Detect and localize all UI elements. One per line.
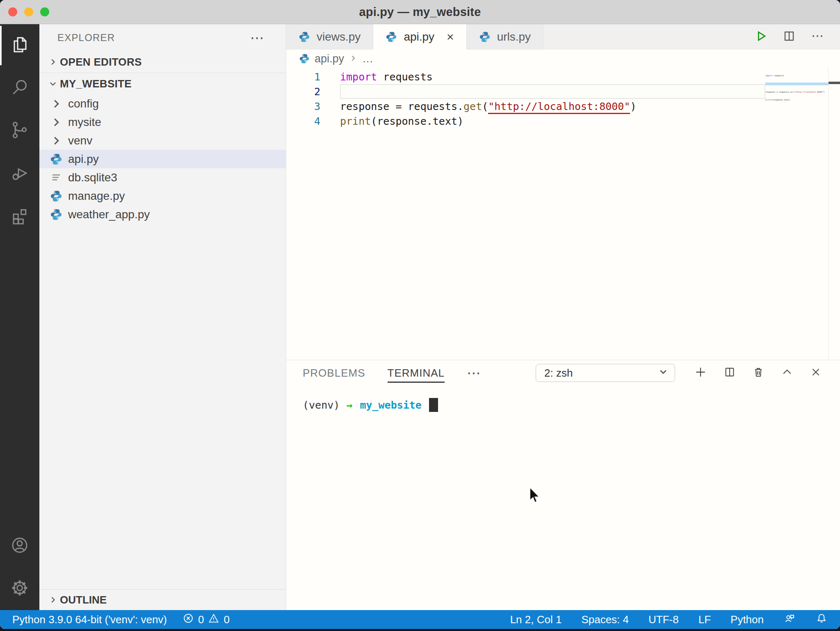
panel-header: PROBLEMS TERMINAL ⋯ 2: zsh	[286, 360, 840, 386]
python-file-icon	[479, 31, 491, 43]
sidebar-header: EXPLORER ⋯	[39, 24, 286, 51]
python-file-icon	[50, 153, 62, 165]
cursor-position-status[interactable]: Ln 2, Col 1	[510, 613, 562, 626]
python-file-icon	[50, 190, 62, 202]
tree-item-api-py[interactable]: api.py	[39, 150, 286, 168]
tab-label: urls.py	[497, 30, 531, 43]
tab-api-py[interactable]: api.py ×	[373, 24, 466, 50]
tree-item-weather-app-py[interactable]: weather_app.py	[39, 205, 286, 224]
tree-item-config[interactable]: config	[39, 94, 286, 113]
language-mode-status[interactable]: Python	[730, 613, 764, 626]
file-tree: config mysite venv api.py db.sqlite3	[39, 94, 286, 589]
line-number: 2	[286, 86, 340, 98]
prompt-arrow: →	[346, 399, 352, 411]
more-actions-icon[interactable]	[810, 29, 824, 45]
tab-terminal[interactable]: TERMINAL	[388, 360, 445, 386]
settings-button[interactable]	[0, 567, 39, 610]
feedback-icon[interactable]	[783, 612, 796, 627]
close-tab-icon[interactable]: ×	[447, 31, 454, 43]
tab-label: views.py	[317, 30, 361, 43]
vscode-window: api.py — my_website	[0, 0, 840, 629]
editor-tab-bar: views.py api.py × urls.py	[286, 24, 840, 50]
code-token: import	[340, 71, 377, 83]
workspace-root-section[interactable]: MY_WEBSITE	[39, 73, 286, 94]
explorer-sidebar: EXPLORER ⋯ OPEN EDITORS MY_WEBSITE confi…	[39, 24, 286, 610]
tree-item-venv[interactable]: venv	[39, 131, 286, 150]
error-icon	[183, 613, 194, 627]
maximize-window-icon[interactable]	[40, 7, 49, 16]
window-title: api.py — my_website	[359, 5, 481, 19]
minimize-window-icon[interactable]	[24, 7, 33, 16]
panel-actions	[694, 366, 824, 380]
chevron-right-icon	[50, 116, 62, 128]
python-file-icon	[299, 31, 310, 43]
breadcrumb[interactable]: api.py …	[286, 50, 840, 68]
code-token: (	[482, 101, 488, 112]
tree-item-label: mysite	[68, 116, 101, 129]
terminal-output[interactable]: (venv) → my_website	[286, 386, 840, 610]
source-control-activity-button[interactable]	[0, 110, 39, 152]
source-control-icon	[10, 120, 30, 142]
shell-select-value: 2: zsh	[544, 367, 573, 380]
code-token: )	[630, 101, 636, 112]
breadcrumb-file[interactable]: api.py	[315, 53, 344, 65]
close-window-icon[interactable]	[8, 7, 17, 16]
search-activity-button[interactable]	[0, 67, 39, 110]
chevron-right-icon	[46, 595, 60, 604]
status-bar: Python 3.9.0 64-bit ('venv': venv) 0 0 L…	[0, 610, 840, 629]
search-icon	[10, 78, 30, 99]
tab-views-py[interactable]: views.py	[286, 24, 373, 50]
run-debug-activity-button[interactable]	[0, 152, 39, 195]
overview-ruler[interactable]	[828, 68, 840, 360]
eol-status[interactable]: LF	[698, 613, 711, 626]
python-file-icon	[50, 208, 62, 221]
breadcrumb-ellipsis[interactable]: …	[362, 53, 373, 65]
tree-item-db-sqlite3[interactable]: db.sqlite3	[39, 168, 286, 187]
split-terminal-button[interactable]	[724, 366, 736, 380]
code-editor[interactable]: 1 import requests 2 3 response = request…	[286, 68, 840, 360]
new-terminal-button[interactable]	[694, 366, 707, 380]
tree-item-mysite[interactable]: mysite	[39, 113, 286, 131]
python-interpreter-status[interactable]: Python 3.9.0 64-bit ('venv': venv)	[12, 613, 167, 626]
kill-terminal-button[interactable]	[752, 366, 765, 380]
minimap[interactable]: import requests response = requests.get(…	[765, 69, 829, 107]
code-line: 1 import requests	[286, 69, 840, 84]
editor-actions	[754, 24, 840, 50]
python-file-icon	[386, 31, 397, 43]
maximize-panel-button[interactable]	[781, 366, 793, 380]
chevron-right-icon	[50, 135, 62, 147]
indentation-status[interactable]: Spaces: 4	[581, 613, 629, 626]
line-number: 1	[286, 71, 340, 83]
split-editor-button[interactable]	[783, 30, 796, 44]
account-button[interactable]	[0, 525, 39, 567]
code-token: get	[463, 101, 482, 112]
close-panel-button[interactable]	[810, 366, 822, 380]
prompt-cwd: my_website	[360, 399, 422, 411]
open-editors-label: OPEN EDITORS	[60, 56, 142, 69]
terminal-prompt-line: (venv) → my_website	[303, 398, 840, 412]
terminal-shell-select[interactable]: 2: zsh	[536, 364, 675, 382]
venv-prefix: (venv)	[303, 399, 340, 411]
tree-item-manage-py[interactable]: manage.py	[39, 187, 286, 205]
encoding-status[interactable]: UTF-8	[648, 613, 679, 626]
notifications-bell-icon[interactable]	[815, 612, 828, 627]
tab-problems[interactable]: PROBLEMS	[303, 360, 365, 386]
traffic-lights	[8, 0, 49, 24]
problems-status[interactable]: 0 0	[183, 613, 230, 627]
tab-urls-py[interactable]: urls.py	[467, 24, 543, 50]
run-file-button[interactable]	[754, 29, 768, 45]
panel-more-actions-icon[interactable]: ⋯	[467, 365, 481, 381]
open-editors-section[interactable]: OPEN EDITORS	[39, 51, 286, 73]
code-token: requests	[377, 71, 432, 83]
outline-label: OUTLINE	[60, 594, 107, 606]
editor-group: views.py api.py × urls.py	[286, 24, 840, 610]
extensions-activity-button[interactable]	[0, 195, 39, 238]
tree-item-label: api.py	[68, 153, 99, 166]
code-line: 4 print(response.text)	[286, 114, 840, 128]
warning-count: 0	[224, 613, 229, 626]
code-token-url-string: "http://localhost:8000"	[488, 101, 630, 114]
tree-item-label: config	[68, 97, 99, 110]
outline-section[interactable]: OUTLINE	[39, 589, 286, 610]
explorer-activity-button[interactable]	[0, 24, 39, 67]
line-number: 4	[286, 115, 340, 127]
